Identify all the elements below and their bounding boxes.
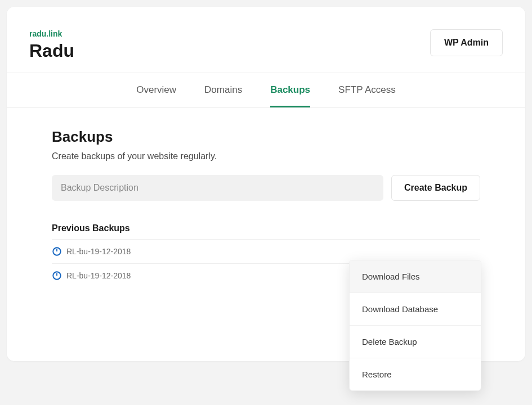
tab-sftp-access[interactable]: SFTP Access (338, 73, 396, 107)
backup-description-input[interactable] (52, 175, 383, 201)
dropdown-restore[interactable]: Restore (350, 358, 481, 390)
tab-overview[interactable]: Overview (136, 73, 176, 107)
tab-domains[interactable]: Domains (204, 73, 242, 107)
previous-backups-title: Previous Backups (52, 223, 480, 233)
backup-actions-dropdown: Download Files Download Database Delete … (349, 260, 481, 391)
dropdown-download-database[interactable]: Download Database (350, 293, 481, 326)
header: radu.link Radu WP Admin (7, 7, 525, 73)
power-icon (52, 246, 62, 256)
domain-link[interactable]: radu.link (29, 29, 74, 38)
backup-form: Create Backup (52, 175, 480, 201)
dropdown-download-files[interactable]: Download Files (350, 260, 481, 293)
section-title: Backups (52, 128, 480, 146)
backup-name: RL-bu-19-12-2018 (66, 271, 131, 280)
power-icon (52, 271, 62, 281)
backup-name: RL-bu-19-12-2018 (66, 247, 131, 256)
tabs: Overview Domains Backups SFTP Access (7, 73, 525, 108)
create-backup-button[interactable]: Create Backup (391, 175, 480, 201)
wp-admin-button[interactable]: WP Admin (430, 29, 503, 56)
dropdown-delete-backup[interactable]: Delete Backup (350, 326, 481, 358)
section-subtitle: Create backups of your website regularly… (52, 151, 480, 161)
tab-backups[interactable]: Backups (270, 73, 310, 107)
header-left: radu.link Radu (29, 29, 74, 61)
main-card: radu.link Radu WP Admin Overview Domains… (7, 7, 525, 361)
site-title: Radu (29, 40, 74, 61)
